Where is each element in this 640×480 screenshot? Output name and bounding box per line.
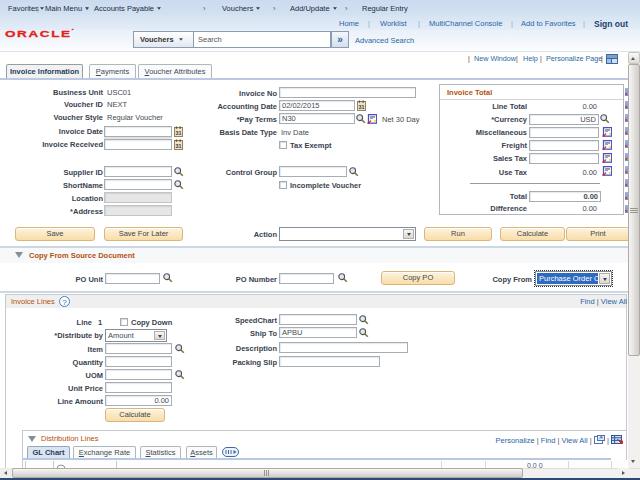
svg-text:31: 31	[176, 143, 182, 149]
svg-text:31: 31	[359, 104, 365, 110]
svg-text:31: 31	[176, 130, 182, 136]
svg-text:?: ?	[62, 298, 67, 307]
